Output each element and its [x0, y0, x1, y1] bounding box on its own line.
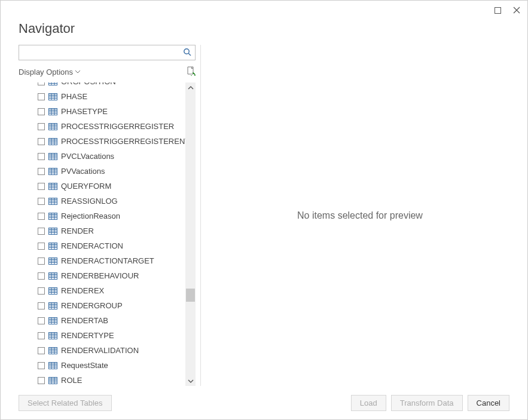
page-title: Navigator	[19, 21, 509, 36]
checkbox[interactable]	[38, 377, 45, 384]
tree-item[interactable]: RENDERVALIDATION	[19, 343, 185, 358]
checkbox[interactable]	[38, 183, 45, 190]
table-tree[interactable]: ORGPOSITIONPHASEPHASETYPEPROCESSTRIGGERR…	[19, 82, 185, 386]
tree-item[interactable]: RENDERTYPE	[19, 328, 185, 343]
svg-rect-0	[495, 7, 500, 13]
tree-item-label: RENDERVALIDATION	[61, 346, 139, 355]
tree-item-label: PROCESSTRIGGERREGISTERENT	[61, 137, 185, 146]
tree-item[interactable]: ROLE	[19, 373, 185, 386]
table-icon	[48, 302, 57, 309]
tree-item-label: PROCESSTRIGGERREGISTER	[61, 122, 174, 131]
svg-rect-130	[49, 332, 57, 334]
body: Display Options ORGPOSITIONPHASEPHASETYP…	[1, 45, 527, 386]
left-pane: Display Options ORGPOSITIONPHASEPHASETYP…	[19, 45, 201, 386]
checkbox[interactable]	[38, 213, 45, 220]
scroll-up-button[interactable]	[185, 82, 196, 93]
svg-rect-95	[49, 257, 57, 259]
search-input[interactable]	[23, 48, 183, 57]
table-icon	[48, 228, 57, 235]
refresh-button[interactable]	[186, 66, 196, 78]
tree-item-label: RENDERACTION	[61, 241, 123, 250]
tree-item-label: ORGPOSITION	[61, 82, 116, 86]
svg-rect-123	[49, 317, 57, 319]
maximize-button[interactable]	[492, 4, 503, 16]
svg-rect-144	[49, 362, 57, 364]
tree-item[interactable]: PVCLVacations	[19, 149, 185, 164]
svg-rect-102	[49, 272, 57, 274]
tree-item[interactable]: RejectionReason	[19, 209, 185, 223]
table-icon	[48, 153, 57, 160]
checkbox[interactable]	[38, 362, 45, 369]
scrollbar-vertical[interactable]	[185, 82, 196, 386]
tree-item[interactable]: RENDERGROUP	[19, 298, 185, 313]
tree-item[interactable]: PHASE	[19, 89, 185, 104]
tree-item[interactable]: RENDERTAB	[19, 313, 185, 328]
preview-pane: No items selected for preview	[201, 45, 509, 386]
tree-item-label: RENDERTYPE	[61, 331, 114, 340]
checkbox[interactable]	[38, 82, 45, 85]
scroll-thumb[interactable]	[186, 289, 195, 302]
tree-item[interactable]: REASSIGNLOG	[19, 194, 185, 209]
tree-item-label: PVCLVacations	[61, 152, 114, 161]
checkbox[interactable]	[38, 243, 45, 250]
display-options-label: Display Options	[19, 68, 73, 76]
table-icon	[48, 198, 57, 205]
svg-rect-67	[49, 198, 57, 200]
options-row: Display Options	[19, 66, 196, 80]
checkbox[interactable]	[38, 168, 45, 175]
checkbox[interactable]	[38, 198, 45, 205]
tree-item[interactable]: ORGPOSITION	[19, 82, 185, 89]
table-icon	[48, 168, 57, 175]
svg-rect-109	[49, 287, 57, 289]
transform-data-button[interactable]: Transform Data	[391, 395, 463, 411]
tree-container: ORGPOSITIONPHASEPHASETYPEPROCESSTRIGGERR…	[19, 82, 196, 386]
checkbox[interactable]	[38, 302, 45, 309]
scroll-down-button[interactable]	[185, 376, 196, 386]
tree-item[interactable]: RENDEREX	[19, 283, 185, 298]
checkbox[interactable]	[38, 153, 45, 160]
checkbox[interactable]	[38, 272, 45, 280]
select-related-tables-button[interactable]: Select Related Tables	[19, 395, 112, 411]
tree-item[interactable]: PROCESSTRIGGERREGISTER	[19, 119, 185, 134]
tree-item[interactable]: PVVacations	[19, 164, 185, 179]
tree-item-label: PHASE	[61, 92, 87, 101]
table-icon	[48, 287, 57, 295]
checkbox[interactable]	[38, 347, 45, 354]
tree-item[interactable]: RENDERACTIONTARGET	[19, 253, 185, 268]
display-options-dropdown[interactable]: Display Options	[19, 68, 80, 76]
checkbox[interactable]	[38, 138, 45, 145]
checkbox[interactable]	[38, 332, 45, 339]
svg-rect-25	[49, 108, 57, 110]
search-icon[interactable]	[183, 48, 191, 58]
table-icon	[48, 317, 57, 324]
tree-item[interactable]: PROCESSTRIGGERREGISTERENT	[19, 134, 185, 149]
svg-rect-151	[49, 377, 57, 379]
tree-item[interactable]: RENDER	[19, 223, 185, 238]
svg-rect-18	[49, 93, 57, 95]
cancel-button[interactable]: Cancel	[468, 395, 509, 411]
tree-item-label: RENDER	[61, 226, 94, 235]
close-button[interactable]	[511, 4, 523, 16]
preview-empty-text: No items selected for preview	[297, 210, 423, 221]
tree-item[interactable]: PHASETYPE	[19, 104, 185, 119]
checkbox[interactable]	[38, 287, 45, 295]
checkbox[interactable]	[38, 93, 45, 100]
table-icon	[48, 332, 57, 339]
table-icon	[48, 377, 57, 384]
checkbox[interactable]	[38, 108, 45, 115]
tree-item[interactable]: RENDERACTION	[19, 238, 185, 253]
tree-item[interactable]: RequestState	[19, 358, 185, 373]
tree-item-label: PHASETYPE	[61, 107, 108, 116]
checkbox[interactable]	[38, 317, 45, 324]
checkbox[interactable]	[38, 257, 45, 265]
titlebar	[1, 1, 527, 20]
tree-item-label: REASSIGNLOG	[61, 197, 118, 206]
tree-item[interactable]: QUERYFORM	[19, 179, 185, 194]
search-box[interactable]	[19, 45, 196, 60]
checkbox[interactable]	[38, 228, 45, 235]
tree-item-label: RejectionReason	[61, 211, 120, 220]
tree-item[interactable]: RENDERBEHAVIOUR	[19, 268, 185, 283]
table-icon	[48, 272, 57, 280]
load-button[interactable]: Load	[351, 395, 386, 411]
checkbox[interactable]	[38, 123, 45, 130]
